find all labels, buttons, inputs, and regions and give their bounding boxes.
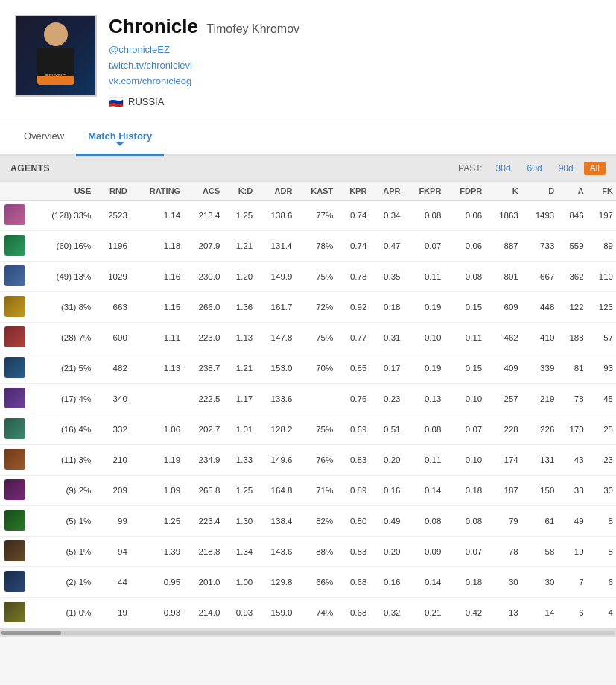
cell-agent-icon <box>0 323 28 353</box>
cell-rnd: 2523 <box>94 201 130 231</box>
cell-kd: 1.25 <box>223 201 255 231</box>
cell-fdpr: 0.06 <box>444 231 485 262</box>
cell-rating: 1.16 <box>130 262 183 292</box>
cell-acs: 265.8 <box>183 476 223 506</box>
cell-agent-icon <box>0 414 28 445</box>
cell-k: 409 <box>485 353 521 384</box>
table-row[interactable]: (1) 0% 19 0.93 214.0 0.93 159.0 74% 0.68… <box>0 598 616 628</box>
scrollbar-thumb[interactable] <box>1 631 61 635</box>
table-row[interactable]: (49) 13% 1029 1.16 230.0 1.20 149.9 75% … <box>0 262 616 292</box>
cell-kd: 1.01 <box>223 414 255 445</box>
cell-a: 846 <box>557 201 586 231</box>
table-row[interactable]: (60) 16% 1196 1.18 207.9 1.21 131.4 78% … <box>0 231 616 262</box>
twitter-link[interactable]: @chronicleEZ <box>109 42 601 58</box>
cell-agent-icon <box>0 445 28 476</box>
cell-fk: 123 <box>587 292 616 323</box>
cell-agent-icon <box>0 598 28 628</box>
cell-d: 410 <box>521 323 558 353</box>
country-flag-icon: 🇷🇺 <box>109 95 124 109</box>
horizontal-scrollbar[interactable] <box>0 628 616 637</box>
past-btn-all[interactable]: All <box>584 162 606 175</box>
table-row[interactable]: (31) 8% 663 1.15 266.0 1.36 161.7 72% 0.… <box>0 292 616 323</box>
table-row[interactable]: (9) 2% 209 1.09 265.8 1.25 164.8 71% 0.8… <box>0 476 616 506</box>
cell-acs: 218.8 <box>183 537 223 567</box>
cell-fkpr: 0.11 <box>404 445 445 476</box>
col-kpr: KPR <box>336 182 369 201</box>
cell-kd: 1.33 <box>223 445 255 476</box>
cell-fkpr: 0.07 <box>404 231 445 262</box>
cell-fkpr: 0.21 <box>404 598 445 628</box>
cell-d: 1493 <box>521 201 558 231</box>
cell-fk: 8 <box>587 537 616 567</box>
past-btn-90d[interactable]: 90d <box>553 162 580 175</box>
profile-country: 🇷🇺 RUSSIA <box>109 95 601 109</box>
cell-k: 13 <box>485 598 521 628</box>
table-row[interactable]: (21) 5% 482 1.13 238.7 1.21 153.0 70% 0.… <box>0 353 616 384</box>
cell-acs: 202.7 <box>183 414 223 445</box>
cell-kpr: 0.68 <box>336 598 369 628</box>
country-name: RUSSIA <box>128 96 164 107</box>
profile-section: FNATIC Chronicle Timofey Khromov @chroni… <box>0 0 616 121</box>
profile-links: @chronicleEZ twitch.tv/chroniclevl vk.co… <box>109 42 601 89</box>
cell-rnd: 94 <box>94 537 130 567</box>
cell-acs: 207.9 <box>183 231 223 262</box>
cell-rating: 0.95 <box>130 567 183 598</box>
cell-rating: 1.18 <box>130 231 183 262</box>
cell-kast: 78% <box>295 231 336 262</box>
cell-fkpr: 0.10 <box>404 323 445 353</box>
cell-fkpr: 0.08 <box>404 414 445 445</box>
cell-rnd: 1196 <box>94 231 130 262</box>
table-row[interactable]: (11) 3% 210 1.19 234.9 1.33 149.6 76% 0.… <box>0 445 616 476</box>
col-adr: ADR <box>255 182 295 201</box>
table-row[interactable]: (17) 4% 340 222.5 1.17 133.6 0.76 0.23 0… <box>0 384 616 414</box>
cell-adr: 153.0 <box>255 353 295 384</box>
table-row[interactable]: (28) 7% 600 1.11 223.0 1.13 147.8 75% 0.… <box>0 323 616 353</box>
past-btn-30d[interactable]: 30d <box>490 162 517 175</box>
cell-fk: 4 <box>587 598 616 628</box>
cell-kpr: 0.77 <box>336 323 369 353</box>
cell-kpr: 0.89 <box>336 476 369 506</box>
table-row[interactable]: (128) 33% 2523 1.14 213.4 1.25 138.6 77%… <box>0 201 616 231</box>
past-btn-60d[interactable]: 60d <box>521 162 548 175</box>
cell-kd: 1.25 <box>223 476 255 506</box>
cell-acs: 223.0 <box>183 323 223 353</box>
cell-d: 14 <box>521 598 558 628</box>
cell-a: 559 <box>557 231 586 262</box>
cell-apr: 0.51 <box>369 414 403 445</box>
cell-k: 187 <box>485 476 521 506</box>
cell-kd: 1.20 <box>223 262 255 292</box>
cell-rnd: 19 <box>94 598 130 628</box>
cell-a: 362 <box>557 262 586 292</box>
twitch-link[interactable]: twitch.tv/chroniclevl <box>109 58 601 74</box>
col-fkpr: FKPR <box>404 182 445 201</box>
cell-a: 19 <box>557 537 586 567</box>
cell-a: 33 <box>557 476 586 506</box>
table-row[interactable]: (5) 1% 94 1.39 218.8 1.34 143.6 88% 0.83… <box>0 537 616 567</box>
cell-k: 462 <box>485 323 521 353</box>
cell-rating: 1.11 <box>130 323 183 353</box>
cell-agent-icon <box>0 384 28 414</box>
cell-k: 174 <box>485 445 521 476</box>
cell-use: (1) 0% <box>28 598 94 628</box>
table-row[interactable]: (5) 1% 99 1.25 223.4 1.30 138.4 82% 0.80… <box>0 506 616 537</box>
tab-overview[interactable]: Overview <box>12 121 76 156</box>
vk-link[interactable]: vk.com/chronicleog <box>109 74 601 89</box>
cell-fk: 23 <box>587 445 616 476</box>
cell-k: 801 <box>485 262 521 292</box>
cell-kast: 76% <box>295 445 336 476</box>
tab-match-history[interactable]: Match History <box>76 121 164 156</box>
cell-kpr: 0.80 <box>336 506 369 537</box>
agent-icon-7 <box>4 418 25 439</box>
cell-acs: 214.0 <box>183 598 223 628</box>
avatar: FNATIC <box>15 15 97 97</box>
profile-name: Chronicle <box>109 15 198 37</box>
table-row[interactable]: (16) 4% 332 1.06 202.7 1.01 128.2 75% 0.… <box>0 414 616 445</box>
cell-fdpr: 0.08 <box>444 262 485 292</box>
past-controls: PAST: 30d 60d 90d All <box>458 162 606 175</box>
cell-agent-icon <box>0 476 28 506</box>
cell-adr: 149.6 <box>255 445 295 476</box>
cell-kpr: 0.68 <box>336 567 369 598</box>
cell-kd: 1.00 <box>223 567 255 598</box>
table-row[interactable]: (2) 1% 44 0.95 201.0 1.00 129.8 66% 0.68… <box>0 567 616 598</box>
cell-k: 887 <box>485 231 521 262</box>
